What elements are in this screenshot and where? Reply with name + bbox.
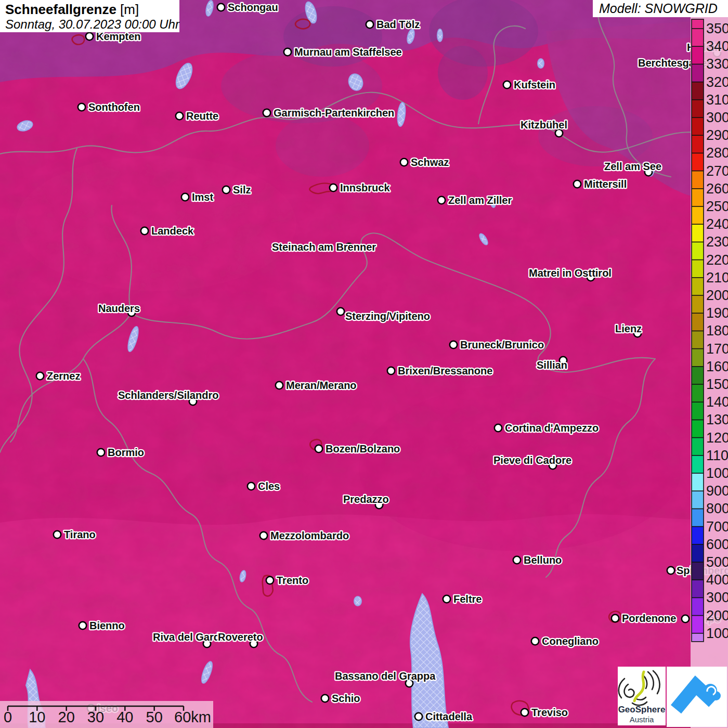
city-dot [97, 449, 105, 456]
city-label: Pordenone [622, 613, 676, 624]
colorbar-tick-label: 1200 [706, 430, 728, 446]
city-dot [248, 483, 255, 490]
colorbar-segment [692, 473, 704, 491]
colorbar-tick-label: 1700 [706, 341, 728, 357]
city-label: Nauders [98, 303, 140, 314]
colorbar-segment [692, 331, 704, 349]
colorbar-segment [692, 349, 704, 367]
city-dot [217, 4, 225, 11]
city-dot [612, 615, 619, 622]
colorbar-segment [692, 100, 704, 118]
city-label: Mezzolombardo [270, 530, 349, 541]
city-dot [223, 186, 230, 193]
city-label: Bienno [89, 620, 125, 631]
city-dot [284, 48, 291, 56]
valid-time-label: Sonntag, 30.07.2023 00:00 Uhr [5, 17, 180, 31]
city-label: Reutte [186, 110, 218, 122]
scale-tick-label: 20 [58, 709, 75, 725]
city-dot [141, 227, 148, 235]
city-label: Schwaz [411, 157, 449, 168]
colorbar-segment [692, 29, 704, 47]
city-label: Kitzbühel [521, 119, 567, 131]
city-dot [574, 180, 581, 188]
colorbar-tick-label: 1500 [706, 376, 728, 392]
city-label: Bozen/Bolzano [326, 443, 400, 454]
city-label: Silz [233, 184, 251, 196]
page-title: Schneefallgrenze [m] [5, 2, 139, 17]
model-label: Modell: SNOWGRID [599, 1, 718, 16]
title-box: Schneefallgrenze [m] Sonntag, 30.07.2023… [0, 0, 180, 32]
colorbar-segment [692, 402, 704, 420]
city-dot [415, 713, 422, 720]
city-dot [366, 21, 373, 28]
city-dot [79, 622, 86, 629]
scale-tick-label: 10 [29, 709, 45, 725]
city-dot [443, 595, 450, 603]
colorbar-segment [692, 367, 704, 385]
city-label: Innsbruck [340, 182, 390, 193]
city-label: Bormio [108, 447, 144, 458]
city-label: Cittadella [425, 711, 473, 722]
colorbar-tick-label: 900 [706, 483, 728, 499]
colorbar-legend: 3500340033003200310030002900280027002600… [692, 19, 728, 642]
map-canvas: SchongauBad TölzKemptenMurnau am Staffel… [0, 0, 728, 728]
colorbar-tick-label: 300 [706, 590, 728, 605]
colorbar-tick-label: 2800 [706, 145, 728, 161]
city-label: Schio [332, 693, 360, 704]
colorbar-tick-label: 200 [706, 608, 728, 623]
city-dot [181, 193, 189, 201]
city-dot [36, 372, 44, 380]
colorbar-tick-label: 2700 [706, 163, 728, 179]
colorbar-tick-label: 3200 [706, 74, 728, 90]
colorbar-segment [692, 242, 704, 260]
city-label: Zell am Ziller [448, 194, 512, 206]
partner-logo [667, 667, 727, 727]
colorbar-segment [692, 224, 704, 242]
city-label: Bassano del Grappa [335, 670, 436, 682]
city-dot [260, 532, 267, 539]
city-label: Predazzo [343, 493, 389, 505]
city-dot [682, 615, 689, 622]
colorbar-segment [692, 313, 704, 331]
colorbar-segment [692, 19, 704, 29]
colorbar-tick-label: 500 [706, 554, 728, 570]
colorbar-segment [692, 189, 704, 207]
colorbar-segment [692, 580, 704, 598]
colorbar-tick-label: 3300 [706, 56, 728, 72]
city-dot [667, 567, 674, 574]
city-label: Belluno [524, 554, 562, 566]
city-label: Trento [277, 575, 308, 586]
colorbar-tick-label: 3500 [706, 21, 728, 36]
colorbar-tick-label: 2400 [706, 216, 728, 232]
city-dot [521, 709, 528, 716]
colorbar-segment [692, 46, 704, 64]
city-dot [321, 695, 329, 702]
city-dot [337, 308, 344, 315]
colorbar-tick-label: 800 [706, 501, 728, 516]
colorbar-tick-label: 1000 [706, 465, 728, 481]
scale-tick-label: 40 [116, 709, 133, 725]
city-label: Mittersill [584, 178, 627, 190]
city-label: Bruneck/Brunico [460, 339, 544, 350]
colorbar-segment [692, 438, 704, 456]
colorbar-segment [692, 509, 704, 527]
colorbar-tick-label: 3400 [706, 38, 728, 54]
colorbar-tick-label: 1300 [706, 412, 728, 427]
city-label: Brixen/Bressanone [398, 365, 492, 376]
scale-tick-label: 50 [146, 709, 163, 725]
colorbar-segment [692, 171, 704, 189]
city-label: Sterzing/Vipiteno [345, 310, 430, 322]
scale-tick-label: 0 [4, 709, 12, 725]
colorbar-segment [692, 153, 704, 171]
city-label: Murnau am Staffelsee [294, 46, 402, 58]
colorbar-tick-label: 1600 [706, 359, 728, 374]
city-label: Sillian [537, 359, 567, 371]
city-label: Conegliano [542, 635, 599, 647]
city-label: Zell am See [604, 161, 661, 172]
geosphere-wordmark: GeoSphere [618, 705, 666, 714]
scale-tick-label: 30 [87, 709, 104, 725]
city-dot [438, 197, 445, 204]
city-label: Cortina d'Ampezzo [505, 422, 599, 434]
city-label: Treviso [531, 707, 568, 718]
colorbar-segment [692, 295, 704, 314]
